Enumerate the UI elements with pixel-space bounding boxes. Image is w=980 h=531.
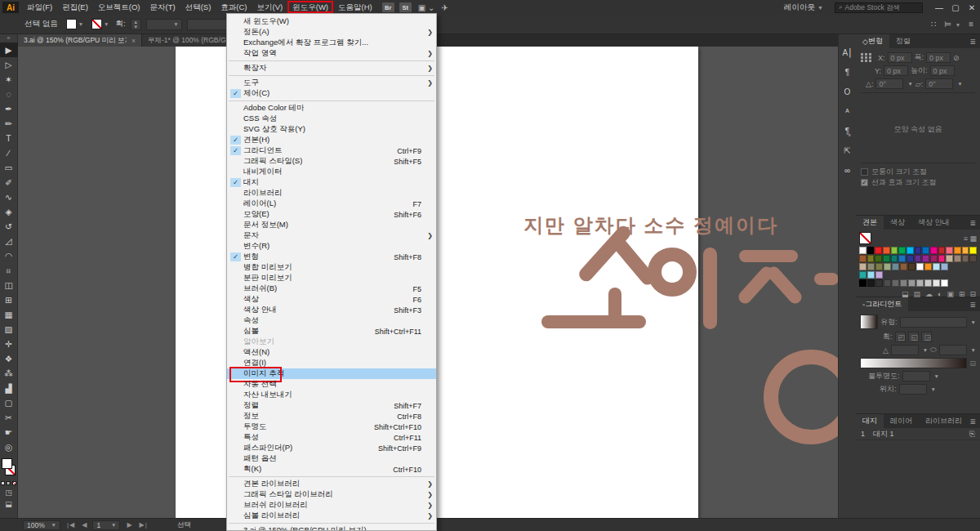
gradient-thumbnail[interactable] [860,315,878,329]
window-menu-item[interactable]: 브러쉬(B)F5 [227,283,436,294]
blend-tool[interactable]: ❖ [0,351,18,366]
window-menu-item[interactable]: 브러쉬 라이브러리❯ [227,500,436,511]
color-swatch[interactable] [884,279,891,287]
color-swatch[interactable] [867,247,875,254]
window-menu-item[interactable]: CSS 속성 [227,114,436,124]
none-mode-icon[interactable] [12,481,16,485]
color-swatch[interactable] [900,263,907,270]
paragraph-styles-panel-icon[interactable]: ¶̥ [839,121,857,141]
color-swatch[interactable] [898,255,906,262]
fill-color-chip[interactable] [66,19,77,29]
swatches-fill-stroke-chip[interactable] [859,232,871,244]
window-menu-item[interactable]: 패스파인더(P)Shift+Ctrl+F9 [227,443,436,453]
color-swatch[interactable] [859,263,866,270]
color-swatch[interactable] [875,271,883,279]
gradient-across-stroke-button[interactable]: ◲ [921,332,932,342]
drawing-mode-icon[interactable]: ◳ [5,489,12,497]
color-swatch[interactable] [859,247,866,254]
tab-swatches-0[interactable]: 견본 [856,216,884,230]
color-swatch[interactable] [941,263,948,270]
menubar-item-item[interactable]: 도움말(H) [333,2,377,11]
menubar-item-item[interactable]: 편집(E) [57,2,93,11]
screen-mode-icon[interactable]: ⬓ [5,500,12,508]
gradient-aspect-field[interactable] [939,345,967,355]
artboard-page-icon[interactable]: ⎘ [969,430,975,439]
tab-transform[interactable]: ◇ 변형 [856,34,889,48]
gradient-slider[interactable] [860,358,967,368]
window-menu-item[interactable]: 확장자❯ [227,63,436,74]
color-swatch[interactable] [883,255,890,262]
color-swatch[interactable] [916,279,924,287]
color-swatch[interactable] [969,255,977,262]
shaper-tool[interactable]: ∿ [0,190,18,204]
color-swatch[interactable] [933,263,940,270]
symbol-sprayer-tool[interactable]: ⁂ [0,366,18,381]
panel-menu-icon[interactable]: ≣ [969,216,980,230]
menubar-item-item[interactable]: 오브젝트(O) [93,2,145,11]
tab-align[interactable]: 정렬 [889,34,917,48]
list-view-icon[interactable]: ≡ ▦ [964,234,977,243]
tab-artboards-1[interactable]: 레이어 [884,414,919,428]
color-swatch[interactable] [892,279,899,287]
color-swatch[interactable] [891,247,898,254]
eraser-tool[interactable]: ◈ [0,204,18,219]
column-graph-tool[interactable]: ▟ [0,381,18,395]
window-menu-item[interactable]: 레이어(L)F7 [227,199,436,209]
rotate-angle-field[interactable]: 0° [875,78,903,89]
color-mode-icon[interactable] [1,481,5,485]
workspace-switcher[interactable]: 레이아웃▼ [784,2,823,13]
color-swatch[interactable] [933,279,940,287]
color-swatch[interactable] [867,255,875,262]
color-swatch[interactable] [900,279,907,287]
artboard-row[interactable]: 1 대지 1 ⎘ [856,428,980,440]
window-menu-item[interactable]: 특성Ctrl+F11 [227,432,436,443]
tab-swatches-1[interactable]: 색상 [884,216,911,230]
color-swatch[interactable] [875,279,883,287]
zoom-select[interactable]: 100%▼ [23,520,60,530]
window-menu-item[interactable]: 모양(E)Shift+F6 [227,209,436,220]
links-panel-icon[interactable]: ∞ [839,160,857,180]
window-menu-item[interactable]: 정보Ctrl+F8 [227,411,436,422]
slice-tool[interactable]: ✂ [0,410,18,425]
window-menu-item[interactable]: 획(K)Ctrl+F10 [227,464,436,475]
gradient-type-select[interactable] [900,317,967,328]
color-swatch[interactable] [946,247,953,254]
share-icon[interactable]: ✈ [441,3,448,12]
tab-artboards-2[interactable]: 라이브러리 [919,414,969,428]
magic-wand-tool[interactable]: ✶ [0,72,18,87]
tab-gradient[interactable]: ◦ 그라디언트 [856,297,908,311]
direct-selection-tool[interactable]: ▷ [0,57,18,72]
color-swatch[interactable] [891,255,898,262]
free-transform-tool[interactable]: ⌗ [0,263,18,278]
window-menu-item[interactable]: 액션(N) [227,347,436,358]
window-menu-item[interactable]: SVG 상호 작용(Y) [227,124,436,135]
line-segment-tool[interactable]: ∕ [0,145,18,160]
type-tool[interactable]: T [0,131,18,145]
gradient-location-select[interactable] [899,384,927,395]
dock-column-icon[interactable]: ⊨ ▼ [944,20,960,29]
color-swatch[interactable] [908,279,915,287]
color-swatch[interactable] [875,263,883,270]
window-menu-item[interactable]: 문자❯ [227,230,436,241]
color-swatch[interactable] [908,263,915,270]
shape-builder-tool[interactable]: ◫ [0,278,18,292]
grid-view-icon[interactable]: ▦ [969,234,977,243]
window-menu-item[interactable]: 정돈(A)❯ [227,27,436,38]
color-swatch[interactable] [924,279,932,287]
color-swatch[interactable] [867,279,875,287]
gradient-within-stroke-button[interactable]: ◰ [895,332,906,342]
gradient-along-stroke-button[interactable]: ◱ [908,332,919,342]
rotate-tool[interactable]: ↺ [0,219,18,234]
color-swatch[interactable] [883,247,890,254]
collapse-tools-icon[interactable]: « [7,34,11,42]
pen-tool[interactable]: ✒ [0,101,18,116]
selection-tool[interactable]: ▶ [0,42,18,57]
scale-corners-checkbox[interactable] [861,168,868,176]
window-menu-item[interactable]: 문서 정보(M) [227,220,436,230]
constrain-proportions-icon[interactable]: ⊘ [953,54,960,62]
rectangle-tool[interactable]: ▭ [0,160,18,175]
dock-grid-icon[interactable]: ∷ [931,20,936,29]
export-panel-icon[interactable]: ⇱ [839,141,857,160]
color-swatch[interactable] [930,255,938,262]
gradient-mode-icon[interactable] [7,481,11,485]
